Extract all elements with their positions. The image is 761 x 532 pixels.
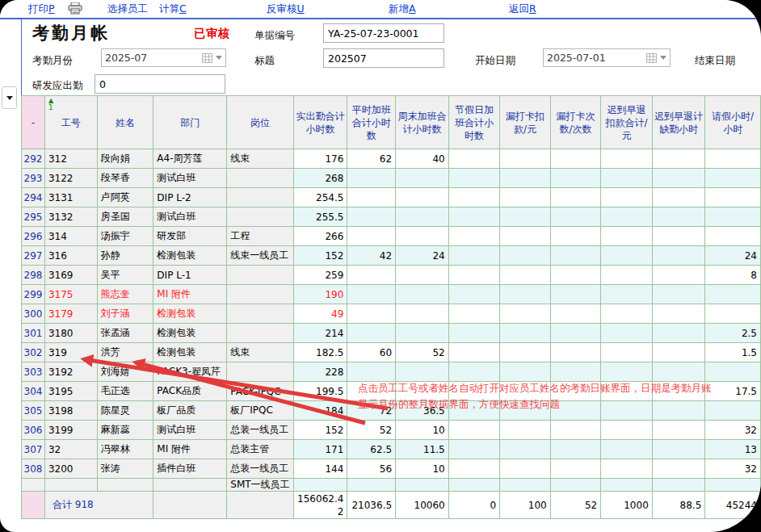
cell-id[interactable]: 3199 [44, 421, 97, 440]
cell-pos: 总装一线员工 [227, 459, 293, 479]
cell-name[interactable]: 房圣国 [97, 207, 153, 227]
cell-name[interactable]: 陈星灵 [97, 401, 153, 421]
cell-name[interactable]: 麻新蕊 [97, 421, 153, 440]
rd-attendance-field[interactable] [95, 74, 225, 94]
cell-n[interactable]: 299 [22, 285, 45, 304]
cell-n[interactable]: 304 [22, 382, 45, 401]
cell-pos [227, 207, 293, 227]
cell-pos [227, 285, 293, 304]
table-header: -工号▲1姓名部门岗位实出勤合计小时数平时加班合计小时数周末加班合计小时数节假日… [22, 96, 761, 149]
chevron-down-icon[interactable] [660, 56, 666, 60]
cell-name[interactable]: 刘子涵 [97, 304, 153, 324]
end-date-label: 结束日期 [695, 54, 735, 68]
unaudit-button[interactable]: 反审核U [267, 2, 305, 16]
cell-id[interactable]: 3131 [44, 188, 97, 207]
cell-id[interactable]: 3179 [44, 304, 97, 324]
col-header-pos[interactable]: 岗位 [227, 96, 293, 149]
print-button[interactable]: 打印P [28, 2, 55, 16]
col-header-weekend[interactable]: 周末加班合计小时数 [396, 96, 449, 149]
cell-name[interactable]: 卢阿英 [97, 188, 153, 207]
cell-n[interactable]: 298 [22, 266, 45, 285]
col-header-n[interactable]: - [22, 96, 45, 149]
month-picker[interactable]: 2025-07 [101, 48, 226, 67]
cell-id[interactable]: 3200 [44, 459, 97, 479]
col-header-name[interactable]: 姓名 [97, 96, 153, 149]
cell-name[interactable]: 冯翠林 [97, 440, 153, 459]
cell-late_fine [601, 227, 653, 246]
col-header-weekday[interactable]: 平时加班合计小时数 [347, 96, 396, 149]
collapse-panel-tab[interactable] [2, 86, 17, 109]
title-field[interactable] [323, 48, 444, 68]
col-header-actual[interactable]: 实出勤合计小时数 [293, 96, 347, 149]
cell-id[interactable]: 314 [44, 227, 97, 246]
cell-id[interactable]: 3192 [44, 362, 97, 382]
cell-id[interactable]: 3198 [44, 401, 97, 421]
col-header-leave[interactable]: 请假小时/小时 [705, 96, 761, 149]
cell-name[interactable]: 段琴香 [97, 169, 153, 188]
calculate-button[interactable]: 计算C [159, 2, 187, 16]
cell-name[interactable]: 洪芳 [97, 343, 153, 362]
cell-name[interactable]: 张孟涵 [97, 324, 153, 343]
col-header-id[interactable]: 工号▲1 [44, 96, 97, 149]
cell-name[interactable]: 张涛 [97, 459, 153, 479]
cell-n[interactable]: 294 [22, 188, 45, 207]
chevron-down-icon [6, 96, 13, 100]
cell-name[interactable]: 刘海婧 [97, 362, 153, 382]
cell-n[interactable]: 302 [22, 343, 45, 362]
cell-holiday [448, 149, 499, 169]
cell-id[interactable]: 32 [44, 440, 97, 459]
cell-n[interactable]: 308 [22, 459, 45, 479]
cell-id[interactable]: 3122 [44, 169, 97, 188]
cell-name[interactable]: 熊志奎 [97, 285, 153, 304]
cell-id[interactable]: 319 [44, 343, 97, 362]
cell-holiday [448, 169, 499, 188]
cell-n[interactable]: 303 [22, 362, 45, 382]
cell-name[interactable]: 吴平 [97, 266, 153, 285]
cell-weekday [347, 285, 396, 304]
cell-id[interactable]: 3169 [44, 266, 97, 285]
cell-n[interactable]: 301 [22, 324, 45, 343]
cell-n[interactable]: 306 [22, 421, 45, 440]
printer-icon[interactable] [68, 2, 82, 15]
add-button[interactable]: 新增A [389, 2, 416, 16]
doc-no-field[interactable] [323, 23, 444, 43]
cell-name[interactable]: 段向娟 [97, 149, 153, 169]
cell-name[interactable]: 毛正选 [97, 382, 153, 401]
return-button[interactable]: 返回R [509, 2, 536, 16]
totals-miss_count: 52 [550, 492, 601, 519]
col-header-dept[interactable]: 部门 [153, 96, 227, 149]
cell-id[interactable]: 3180 [44, 324, 97, 343]
col-header-miss_count[interactable]: 漏打卡次数/次数 [550, 96, 601, 149]
chevron-down-icon[interactable] [216, 56, 222, 60]
cell-name[interactable]: 孙静 [97, 246, 153, 266]
cell-name[interactable]: 汤振宇 [97, 227, 153, 246]
cell-n[interactable]: 297 [22, 246, 45, 266]
col-header-miss_fine[interactable]: 漏打卡扣款/元 [500, 96, 551, 149]
cell-id[interactable]: 3175 [44, 285, 97, 304]
cell-holiday [448, 207, 499, 227]
cell-n[interactable]: 296 [22, 227, 45, 246]
cell-actual: 176 [293, 149, 347, 169]
cell-n[interactable]: 295 [22, 207, 45, 227]
col-header-late_absence[interactable]: 迟到早退计缺勤小时 [652, 96, 704, 149]
cell-id[interactable]: 3132 [44, 207, 97, 227]
cell-n[interactable]: 305 [22, 401, 45, 421]
col-header-late_fine[interactable]: 迟到早退扣款合计/元 [601, 96, 653, 149]
cell-pos: 工程 [227, 227, 293, 246]
cell-n[interactable]: 292 [22, 149, 45, 169]
cell-id[interactable]: 3195 [44, 382, 97, 401]
start-date-picker[interactable]: 2025-07-01 [543, 48, 671, 67]
cell-actual: 171 [293, 440, 347, 459]
select-employee-button[interactable]: 选择员工 [107, 2, 148, 16]
col-header-holiday[interactable]: 节假日加班合计小时数 [448, 96, 499, 149]
cell-n[interactable]: 293 [22, 169, 45, 188]
cell-holiday [448, 266, 499, 285]
cell-pos [227, 324, 293, 343]
cell-n[interactable]: 300 [22, 304, 45, 324]
cell-id[interactable]: 316 [44, 246, 97, 266]
cell-actual: 266 [293, 227, 347, 246]
cell-weekend [396, 479, 449, 492]
cell-n[interactable]: 307 [22, 440, 45, 459]
cell-leave [705, 169, 761, 188]
cell-id[interactable]: 312 [44, 149, 97, 169]
